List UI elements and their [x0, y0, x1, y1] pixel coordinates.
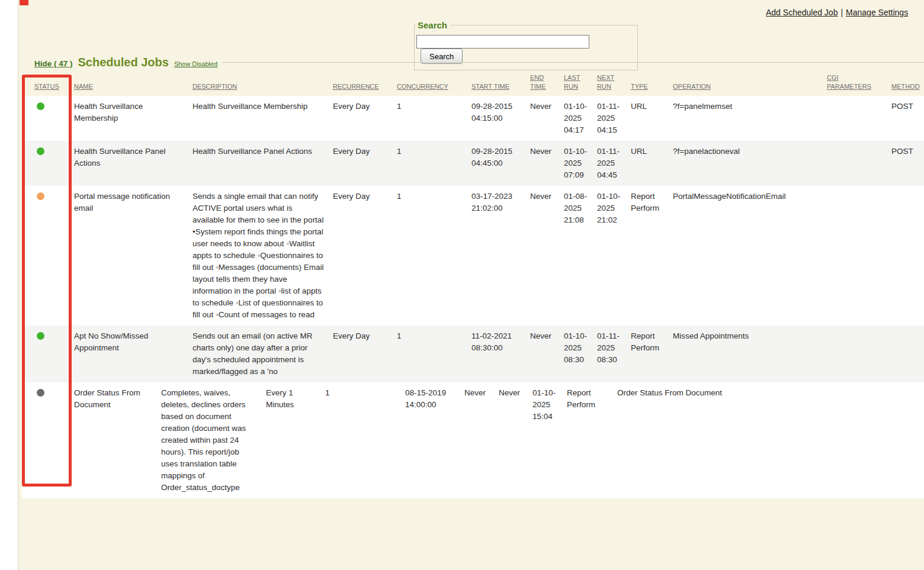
- job-operation: ?f=panelmemset: [669, 96, 823, 141]
- job-method: [880, 382, 924, 498]
- job-method: [888, 326, 924, 382]
- job-type: Report Perform: [563, 382, 614, 498]
- page: Add Scheduled Job|Manage Settings Search…: [18, 0, 924, 570]
- job-end-time: Never: [461, 382, 495, 498]
- job-operation: ?f=panelactioneval: [669, 141, 823, 186]
- job-description: Health Surveillance Membership: [189, 96, 329, 141]
- job-type: URL: [627, 96, 669, 141]
- job-next-run: 01-10-2025 21:02: [593, 186, 627, 326]
- column-header-name[interactable]: NAME: [70, 71, 189, 96]
- job-cgi-parameters: [823, 186, 888, 326]
- jobs-tbody: Health Surveillance Membership Health Su…: [22, 96, 924, 382]
- job-recurrence: Every Day: [329, 186, 393, 326]
- search-legend: Search: [416, 20, 451, 30]
- job-operation: Order Status From Document: [614, 382, 809, 498]
- status-dot: [37, 332, 44, 340]
- job-type: URL: [627, 141, 669, 186]
- column-header-status[interactable]: STATUS: [22, 71, 70, 96]
- job-concurrency: 1: [393, 141, 468, 186]
- job-recurrence: Every Day: [329, 141, 393, 186]
- table-header-row: STATUS NAME DESCRIPTION RECURRENCE CONCU…: [22, 71, 924, 96]
- page-title: Scheduled Jobs: [78, 56, 169, 69]
- column-header-end-time[interactable]: END TIME: [527, 71, 560, 96]
- job-start-time: 08-15-2019 14:00:00: [402, 382, 461, 498]
- job-end-time: Never: [527, 326, 560, 382]
- job-start-time: 09-28-2015 04:45:00: [468, 141, 527, 186]
- search-input[interactable]: [416, 35, 589, 49]
- status-cell: [22, 186, 70, 326]
- job-name: Health Surveillance Panel Actions: [70, 141, 189, 186]
- status-dot: [37, 102, 44, 110]
- job-concurrency: 1: [393, 186, 468, 326]
- column-header-concurrency[interactable]: CONCURRENCY: [393, 71, 468, 96]
- jobs-tbody-2: Order Status From Document Completes, wa…: [22, 382, 924, 498]
- job-cgi-parameters: [823, 96, 888, 141]
- jobs-table-main: STATUS NAME DESCRIPTION RECURRENCE CONCU…: [22, 71, 924, 382]
- job-last-run: 01-10-2025 07:09: [560, 141, 593, 186]
- job-name: Health Surveillance Membership: [70, 96, 189, 141]
- job-start-time: 11-02-2021 08:30:00: [468, 326, 527, 382]
- column-header-cgi-parameters[interactable]: CGI PARAMETERS: [823, 71, 888, 96]
- job-name: Portal message notification email: [70, 186, 189, 326]
- job-name: Apt No Show/Missed Appointment: [70, 326, 189, 382]
- status-dot: [37, 389, 44, 397]
- table-row: Health Surveillance Panel Actions Health…: [22, 141, 924, 186]
- job-method: POST: [888, 141, 924, 186]
- job-recurrence: Every 1 Minutes: [262, 382, 322, 498]
- column-header-method[interactable]: METHOD: [888, 71, 924, 96]
- status-dot: [37, 147, 44, 155]
- manage-settings-link[interactable]: Manage Settings: [846, 8, 908, 17]
- status-cell: [22, 326, 70, 382]
- column-header-last-run[interactable]: LAST RUN: [560, 71, 593, 96]
- column-header-type[interactable]: TYPE: [627, 71, 669, 96]
- job-operation: Missed Appointments: [669, 326, 823, 382]
- column-header-start-time[interactable]: START TIME: [468, 71, 527, 96]
- job-description: Sends out an email (on active MR charts …: [189, 326, 329, 382]
- job-recurrence: Every Day: [329, 326, 393, 382]
- status-cell: [22, 382, 70, 498]
- job-last-run: Never: [495, 382, 529, 498]
- job-type: Report Perform: [627, 186, 669, 326]
- job-recurrence: Every Day: [329, 96, 393, 141]
- column-header-description[interactable]: DESCRIPTION: [189, 71, 329, 96]
- table-row: Apt No Show/Missed Appointment Sends out…: [22, 326, 924, 382]
- show-disabled-link[interactable]: Show Disabled: [174, 60, 217, 67]
- job-cgi-parameters: [823, 326, 888, 382]
- job-concurrency: 1: [393, 326, 468, 382]
- job-name: Order Status From Document: [70, 382, 158, 498]
- status-cell: [22, 141, 70, 186]
- job-method: POST: [888, 96, 924, 141]
- top-links-divider: |: [840, 8, 843, 17]
- add-scheduled-job-link[interactable]: Add Scheduled Job: [766, 8, 838, 17]
- section-divider-line: [222, 62, 924, 63]
- job-description: Completes, waives, deletes, declines ord…: [158, 382, 262, 498]
- red-marker: [20, 0, 28, 5]
- scheduled-jobs-table: STATUS NAME DESCRIPTION RECURRENCE CONCU…: [22, 71, 924, 498]
- job-cgi-parameters: [809, 382, 880, 498]
- job-operation: PortalMessageNotificationEmail: [669, 186, 823, 326]
- table-row: Health Surveillance Membership Health Su…: [22, 96, 924, 141]
- column-header-recurrence[interactable]: RECURRENCE: [329, 71, 393, 96]
- job-description: Sends a single email that can notify ACT…: [189, 186, 329, 326]
- job-next-run: 01-11-2025 04:45: [593, 141, 627, 186]
- job-last-run: 01-08-2025 21:08: [560, 186, 593, 326]
- column-header-operation[interactable]: OPERATION: [669, 71, 823, 96]
- hide-link[interactable]: Hide ( 47 ): [34, 59, 73, 68]
- jobs-table-secondary: Order Status From Document Completes, wa…: [22, 382, 924, 498]
- job-next-run: 01-10-2025 15:04: [529, 382, 563, 498]
- job-type: Report Perform: [627, 326, 669, 382]
- job-cgi-parameters: [823, 141, 888, 186]
- section-header: Hide ( 47 ) Scheduled Jobs Show Disabled: [34, 56, 924, 69]
- table-row: Portal message notification email Sends …: [22, 186, 924, 326]
- job-end-time: Never: [527, 96, 560, 141]
- job-end-time: Never: [527, 186, 560, 326]
- job-start-time: 03-17-2023 21:02:00: [468, 186, 527, 326]
- job-concurrency: 1: [393, 96, 468, 141]
- job-last-run: 01-10-2025 04:17: [560, 96, 593, 141]
- table-row: Order Status From Document Completes, wa…: [22, 382, 924, 498]
- job-start-time: 09-28-2015 04:15:00: [468, 96, 527, 141]
- job-next-run: 01-11-2025 04:15: [593, 96, 627, 141]
- job-description: Health Surveillance Panel Actions: [189, 141, 329, 186]
- job-last-run: 01-10-2025 08:30: [560, 326, 593, 382]
- column-header-next-run[interactable]: NEXT RUN: [593, 71, 627, 96]
